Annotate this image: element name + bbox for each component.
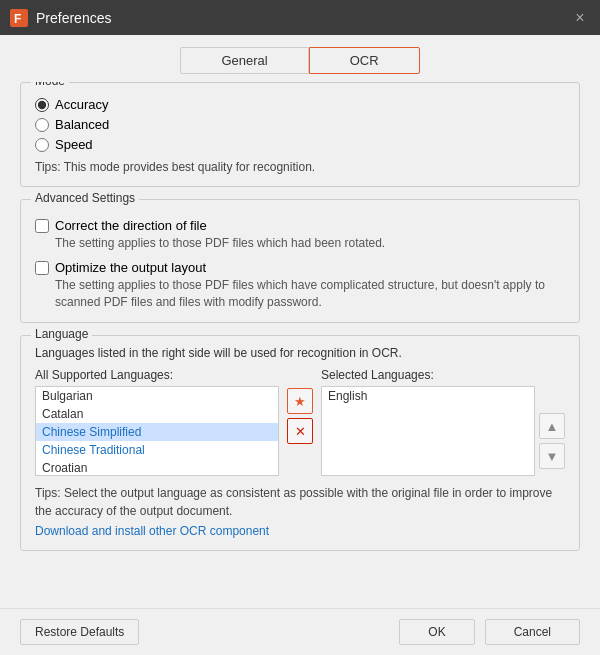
bottom-bar: Restore Defaults OK Cancel [0,608,600,655]
app-icon: F [10,9,28,27]
download-ocr-link[interactable]: Download and install other OCR component [35,524,565,538]
tab-ocr[interactable]: OCR [309,47,420,74]
title-bar: F Preferences × [0,0,600,35]
optimize-layout-label[interactable]: Optimize the output layout [35,260,565,275]
correct-direction-text: Correct the direction of file [55,218,207,233]
language-tips: Tips: Select the output language as cons… [35,484,565,520]
lang-english[interactable]: English [322,387,534,405]
mode-speed-radio[interactable] [35,138,49,152]
correct-direction-label[interactable]: Correct the direction of file [35,218,565,233]
advanced-section: Advanced Settings Correct the direction … [20,199,580,323]
language-order-buttons: ▲ ▼ [539,386,565,476]
mode-balanced[interactable]: Balanced [35,117,565,132]
language-intro: Languages listed in the right side will … [35,346,565,360]
mode-accuracy-radio[interactable] [35,98,49,112]
window-content: General OCR Mode Accuracy Balanced [0,35,600,655]
advanced-item-1: Correct the direction of file The settin… [35,218,565,252]
tab-general[interactable]: General [180,47,308,74]
all-languages-label: All Supported Languages: [35,368,279,382]
remove-language-button[interactable]: ✕ [287,418,313,444]
lang-catalan[interactable]: Catalan [36,405,278,423]
svg-text:F: F [14,12,21,26]
mode-speed[interactable]: Speed [35,137,565,152]
advanced-section-title: Advanced Settings [31,191,139,205]
lang-bulgarian[interactable]: Bulgarian [36,387,278,405]
mode-radio-group: Accuracy Balanced Speed [35,97,565,152]
window-title: Preferences [36,10,570,26]
all-languages-col: All Supported Languages: Bulgarian Catal… [35,368,279,476]
mode-accuracy-label: Accuracy [55,97,108,112]
correct-direction-checkbox[interactable] [35,219,49,233]
preferences-window: F Preferences × General OCR Mode Accurac… [0,0,600,655]
language-section-title: Language [31,327,92,341]
ok-button[interactable]: OK [399,619,474,645]
optimize-layout-desc: The setting applies to those PDF files w… [55,277,565,311]
mode-accuracy[interactable]: Accuracy [35,97,565,112]
advanced-item-2: Optimize the output layout The setting a… [35,260,565,311]
language-panels: All Supported Languages: Bulgarian Catal… [35,368,565,476]
language-transfer-buttons: ★ ✕ [287,368,313,444]
mode-section: Mode Accuracy Balanced Speed Tips [20,82,580,187]
mode-balanced-label: Balanced [55,117,109,132]
mode-tips: Tips: This mode provides best quality fo… [35,160,565,174]
close-button[interactable]: × [570,8,590,28]
optimize-layout-text: Optimize the output layout [55,260,206,275]
mode-balanced-radio[interactable] [35,118,49,132]
lang-chinese-traditional[interactable]: Chinese Traditional [36,441,278,459]
selected-languages-col: Selected Languages: English ▲ ▼ [321,368,565,476]
scroll-area: Mode Accuracy Balanced Speed Tips [0,82,600,608]
restore-defaults-button[interactable]: Restore Defaults [20,619,139,645]
language-section: Language Languages listed in the right s… [20,335,580,551]
lang-croatian[interactable]: Croatian [36,459,278,476]
move-up-button[interactable]: ▲ [539,413,565,439]
correct-direction-desc: The setting applies to those PDF files w… [55,235,565,252]
mode-section-title: Mode [31,82,69,88]
add-language-button[interactable]: ★ [287,388,313,414]
mode-speed-label: Speed [55,137,93,152]
cancel-button[interactable]: Cancel [485,619,580,645]
tabs-row: General OCR [0,35,600,82]
move-down-button[interactable]: ▼ [539,443,565,469]
lang-chinese-simplified[interactable]: Chinese Simplified [36,423,278,441]
all-languages-list[interactable]: Bulgarian Catalan Chinese Simplified Chi… [35,386,279,476]
optimize-layout-checkbox[interactable] [35,261,49,275]
selected-languages-list[interactable]: English [321,386,535,476]
selected-languages-label: Selected Languages: [321,368,565,382]
